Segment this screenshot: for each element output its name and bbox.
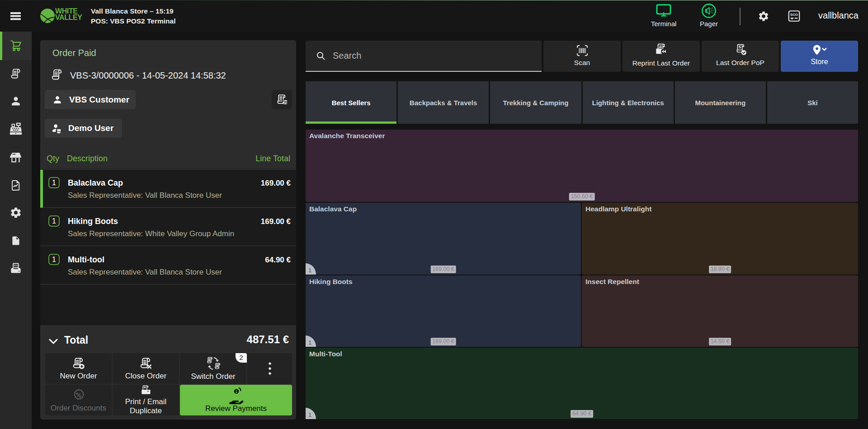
svg-text:1: 1 [236, 389, 238, 393]
svg-text:$: $ [739, 45, 741, 49]
